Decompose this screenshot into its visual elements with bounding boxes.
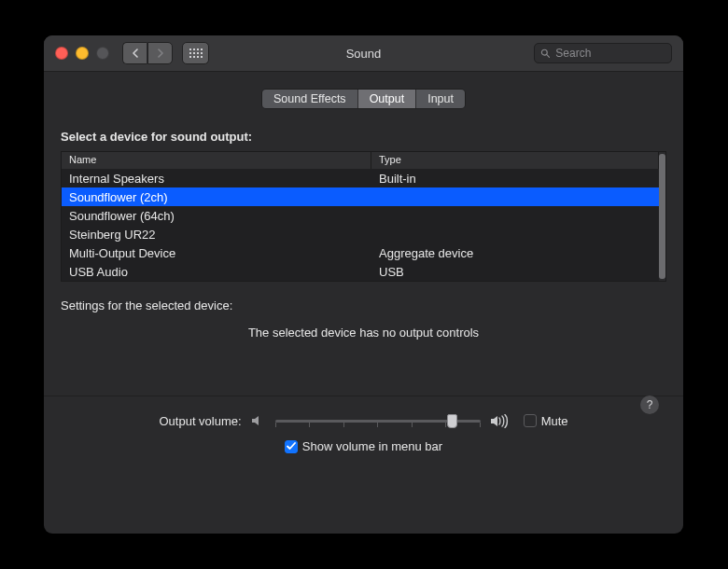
back-button[interactable] bbox=[122, 42, 147, 64]
device-name: Steinberg UR22 bbox=[62, 225, 371, 243]
tab-sound-effects[interactable]: Sound Effects bbox=[262, 90, 357, 108]
device-type bbox=[371, 206, 600, 225]
device-name: Internal Speakers bbox=[62, 169, 371, 187]
check-icon bbox=[287, 442, 296, 451]
settings-label: Settings for the selected device: bbox=[61, 298, 666, 312]
search-field[interactable] bbox=[534, 43, 672, 63]
scrollbar-track[interactable] bbox=[659, 152, 665, 281]
device-table: Name Type Internal SpeakersBuilt-inSound… bbox=[61, 151, 666, 282]
svg-point-12 bbox=[541, 49, 547, 55]
device-name: Multi-Output Device bbox=[62, 243, 371, 262]
tab-input[interactable]: Input bbox=[415, 90, 465, 108]
show-volume-row: Show volume in menu bar bbox=[61, 439, 666, 453]
tab-output[interactable]: Output bbox=[357, 90, 416, 108]
device-name: USB Audio bbox=[62, 262, 371, 281]
grid-icon bbox=[189, 49, 203, 58]
tab-bar: Sound EffectsOutputInput bbox=[61, 89, 666, 109]
svg-rect-9 bbox=[193, 56, 195, 58]
forward-button[interactable] bbox=[147, 42, 173, 64]
slider-thumb[interactable] bbox=[447, 414, 457, 428]
svg-rect-10 bbox=[197, 56, 199, 58]
svg-rect-7 bbox=[201, 52, 203, 54]
mute-checkbox[interactable] bbox=[524, 414, 537, 427]
device-row[interactable]: Soundflower (2ch) bbox=[62, 187, 659, 206]
mute-label: Mute bbox=[541, 414, 568, 428]
window-controls bbox=[55, 47, 109, 60]
svg-rect-6 bbox=[197, 52, 199, 54]
device-row[interactable]: USB AudioUSB bbox=[62, 262, 659, 281]
volume-low-icon bbox=[251, 414, 266, 427]
svg-rect-0 bbox=[189, 49, 191, 50]
device-type bbox=[371, 225, 600, 243]
search-icon bbox=[540, 48, 550, 59]
help-button[interactable]: ? bbox=[640, 396, 659, 414]
show-volume-label: Show volume in menu bar bbox=[302, 439, 442, 453]
table-header: Name Type bbox=[62, 152, 659, 169]
close-window-button[interactable] bbox=[55, 47, 68, 60]
output-volume-row: Output volume: Mute bbox=[61, 413, 666, 428]
device-row[interactable]: Internal SpeakersBuilt-in bbox=[62, 169, 659, 187]
device-type: USB bbox=[371, 262, 600, 281]
column-header-name[interactable]: Name bbox=[62, 152, 371, 169]
device-name: Soundflower (64ch) bbox=[62, 206, 371, 225]
no-controls-message: The selected device has no output contro… bbox=[61, 326, 666, 340]
svg-rect-8 bbox=[189, 56, 191, 58]
svg-rect-4 bbox=[189, 52, 191, 54]
svg-rect-3 bbox=[201, 49, 203, 50]
show-volume-checkbox[interactable] bbox=[285, 440, 298, 453]
title-bar: Sound bbox=[44, 35, 683, 72]
device-type: Aggregate device bbox=[371, 243, 600, 262]
svg-rect-11 bbox=[201, 56, 203, 58]
nav-buttons bbox=[122, 42, 173, 64]
column-header-type[interactable]: Type bbox=[371, 152, 659, 169]
scrollbar-thumb[interactable] bbox=[659, 154, 665, 279]
window-body: Sound EffectsOutputInput Select a device… bbox=[44, 72, 683, 466]
table-body: Internal SpeakersBuilt-inSoundflower (2c… bbox=[62, 169, 659, 281]
device-row[interactable]: Steinberg UR22 bbox=[62, 225, 659, 243]
volume-high-icon bbox=[490, 414, 511, 428]
mute-control: Mute bbox=[524, 414, 568, 428]
svg-rect-2 bbox=[197, 49, 199, 50]
svg-rect-1 bbox=[193, 49, 195, 50]
section-heading: Select a device for sound output: bbox=[61, 130, 666, 144]
device-row[interactable]: Multi-Output DeviceAggregate device bbox=[62, 243, 659, 262]
show-all-button[interactable] bbox=[182, 42, 209, 64]
device-row[interactable]: Soundflower (64ch) bbox=[62, 206, 659, 225]
device-type: Built-in bbox=[371, 169, 600, 187]
output-volume-slider[interactable] bbox=[275, 413, 481, 428]
search-input[interactable] bbox=[553, 46, 665, 61]
separator bbox=[44, 396, 683, 396]
svg-line-13 bbox=[547, 55, 550, 58]
output-volume-label: Output volume: bbox=[159, 414, 241, 428]
chevron-left-icon bbox=[132, 49, 139, 58]
zoom-window-button[interactable] bbox=[96, 47, 109, 60]
sound-preferences-window: Sound Sound EffectsOutputInput Select a … bbox=[44, 35, 683, 534]
chevron-right-icon bbox=[157, 49, 164, 58]
device-name: Soundflower (2ch) bbox=[62, 187, 371, 206]
minimize-window-button[interactable] bbox=[76, 47, 89, 60]
device-type bbox=[371, 187, 600, 206]
svg-rect-5 bbox=[193, 52, 195, 54]
